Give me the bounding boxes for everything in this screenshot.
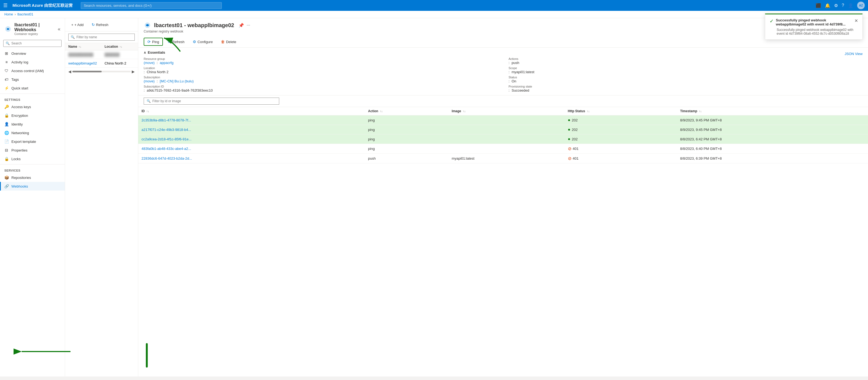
breadcrumb-home[interactable]: Home bbox=[4, 12, 13, 16]
sidebar-item-export-template[interactable]: 📄 Export template bbox=[0, 137, 65, 146]
hamburger-icon[interactable]: ☰ bbox=[3, 2, 8, 8]
sidebar-item-networking[interactable]: 🌐 Networking bbox=[0, 128, 65, 137]
sidebar-item-encryption[interactable]: 🔒 Encryption bbox=[0, 111, 65, 120]
ping-button[interactable]: ⟳ Ping bbox=[144, 38, 163, 46]
sidebar-item-locks[interactable]: 🔒 Locks bbox=[0, 155, 65, 163]
sidebar-item-activity-log[interactable]: ≡ Activity log bbox=[0, 58, 65, 66]
essentials-section: ∧ Essentials JSON View Resource group (m… bbox=[138, 48, 868, 95]
event-id-link[interactable]: a217f071-c24e-49b3-9818-b4... bbox=[142, 128, 191, 132]
settings-icon[interactable]: ⚙ bbox=[834, 3, 838, 8]
list-item-blurred-name: ██████████ bbox=[68, 53, 105, 57]
more-options-icon[interactable]: ··· bbox=[247, 23, 250, 28]
refresh-button[interactable]: ↻ Refresh bbox=[89, 21, 112, 28]
http-sort-icon[interactable]: ↑↓ bbox=[587, 110, 590, 113]
help-icon[interactable]: ? bbox=[842, 3, 844, 8]
sidebar-item-identity[interactable]: 👤 Identity bbox=[0, 120, 65, 128]
subscription-link[interactable]: [MC-CN] Bu.Lu (bulu) bbox=[160, 79, 193, 83]
th-image[interactable]: Image ↑↓ bbox=[448, 107, 564, 116]
table-filter-box[interactable]: 🔍 bbox=[144, 98, 279, 105]
sidebar-search-input[interactable] bbox=[11, 41, 59, 45]
location-value: : China North 2 bbox=[144, 70, 498, 74]
list-item-name: webapplbimage02 bbox=[68, 61, 105, 65]
event-id-link[interactable]: 2c353b9a-d8b1-4778-8078-7f... bbox=[142, 118, 191, 122]
subscription-id-value: : a9dc7515-7692-4316-9ad4-762f383eec10 bbox=[144, 88, 498, 92]
breadcrumb-resource[interactable]: lbacrtest01 bbox=[17, 12, 33, 16]
essentials-location: Location : China North 2 bbox=[144, 66, 498, 74]
error-status-icon: ⊘ bbox=[568, 146, 571, 151]
col-location-header[interactable]: Location ↑↓ bbox=[105, 45, 135, 49]
toast-close-button[interactable]: ✕ bbox=[855, 18, 858, 23]
list-item-name-link[interactable]: webapplbimage02 bbox=[68, 61, 97, 65]
events-table: ID ↑↓ Action ↑↓ Image ↑↓ Http Status bbox=[138, 107, 868, 163]
rg-link[interactable]: appacrfg bbox=[160, 61, 174, 65]
pin-icon[interactable]: 📌 bbox=[239, 23, 244, 28]
json-view-link[interactable]: JSON View bbox=[845, 52, 863, 56]
left-sidebar: lbacrtest01 | Webhooks Container registr… bbox=[0, 18, 65, 377]
sidebar-item-access-control[interactable]: 🛡 Access control (IAM) bbox=[0, 66, 65, 75]
configure-button[interactable]: ⚙ Configure bbox=[189, 38, 216, 45]
name-sort-icon[interactable]: ↑↓ bbox=[79, 45, 81, 48]
id-sort-icon[interactable]: ↑↓ bbox=[146, 110, 149, 113]
th-id[interactable]: ID ↑↓ bbox=[138, 107, 365, 116]
list-item-webapplbimage02[interactable]: webapplbimage02 China North 2 bbox=[65, 59, 138, 68]
sidebar-item-tags[interactable]: 🏷 Tags bbox=[0, 75, 65, 84]
table-row[interactable]: 2c353b9a-d8b1-4778-8078-7f... ping ● 202… bbox=[138, 116, 868, 125]
location-label: Location bbox=[144, 66, 498, 70]
table-row[interactable]: 483fa0b1-ab48-433c-abe4-a2... ping ⊘ 401… bbox=[138, 144, 868, 154]
event-timestamp: 8/8/2023, 6:42 PM GMT+8 bbox=[677, 134, 868, 144]
event-id-link[interactable]: 22836dc6-647d-4023-b2da-2d... bbox=[142, 156, 192, 160]
th-action[interactable]: Action ↑↓ bbox=[365, 107, 448, 116]
table-filter-input[interactable] bbox=[152, 99, 276, 103]
table-row[interactable]: 22836dc6-647d-4023-b2da-2d... push myapi… bbox=[138, 154, 868, 163]
scroll-left-icon[interactable]: ◀ bbox=[68, 69, 71, 74]
filter-input[interactable] bbox=[76, 35, 132, 39]
sidebar-item-overview-label: Overview bbox=[11, 52, 26, 56]
delete-button[interactable]: 🗑 Delete bbox=[217, 38, 240, 45]
event-http-status: ● 202 bbox=[565, 134, 677, 144]
sidebar-collapse-icon[interactable]: « bbox=[58, 26, 60, 32]
action-sort-icon[interactable]: ↑↓ bbox=[380, 110, 383, 113]
sidebar-item-overview[interactable]: ⊞ Overview bbox=[0, 49, 65, 58]
subscription-value: (move) : [MC-CN] Bu.Lu (bulu) bbox=[144, 79, 498, 83]
event-id-link[interactable]: cc2a9cea-2d18-4f1c-85f6-91e... bbox=[142, 137, 191, 141]
add-button[interactable]: + + Add bbox=[68, 21, 87, 28]
cloud-shell-icon[interactable]: ⬛ bbox=[816, 3, 821, 8]
rg-move-link[interactable]: (move) bbox=[144, 61, 155, 65]
refresh-label: Refresh bbox=[96, 23, 108, 27]
user-icon[interactable]: 👤 bbox=[848, 3, 854, 8]
col-name-header[interactable]: Name ↑↓ bbox=[68, 45, 105, 49]
list-item-blurred-loc: ██████ bbox=[105, 53, 135, 57]
th-http-status[interactable]: Http Status ↑↓ bbox=[565, 107, 677, 116]
sidebar-item-access-keys[interactable]: 🔑 Access keys bbox=[0, 102, 65, 111]
timestamp-sort-icon[interactable]: ↑↓ bbox=[699, 110, 702, 113]
topbar-search-input[interactable] bbox=[81, 2, 222, 9]
configure-icon: ⚙ bbox=[193, 39, 196, 44]
filter-icon: 🔍 bbox=[71, 35, 75, 39]
list-item-blurred[interactable]: ██████████ ██████ bbox=[65, 51, 138, 59]
subscription-move-link[interactable]: (move) bbox=[144, 79, 155, 83]
avatar[interactable]: AZ bbox=[857, 2, 865, 9]
notifications-icon[interactable]: 🔔 bbox=[825, 3, 830, 8]
detail-refresh-button[interactable]: ↻ Refresh bbox=[164, 38, 188, 45]
sidebar-item-properties[interactable]: ⊟ Properties bbox=[0, 146, 65, 155]
location-sort-icon[interactable]: ↑↓ bbox=[120, 45, 122, 48]
table-row[interactable]: cc2a9cea-2d18-4f1c-85f6-91e... ping ● 20… bbox=[138, 134, 868, 144]
sidebar-nav: ⊞ Overview ≡ Activity log 🛡 Access contr… bbox=[0, 49, 65, 377]
main-layout: lbacrtest01 | Webhooks Container registr… bbox=[0, 18, 868, 377]
event-id-link[interactable]: 483fa0b1-ab48-433c-abe4-a2... bbox=[142, 147, 191, 151]
detail-title-row: lbacrtest01 - webapplbimage02 📌 ··· bbox=[144, 22, 863, 29]
essentials-chevron-icon[interactable]: ∧ bbox=[144, 51, 146, 55]
image-sort-icon[interactable]: ↑↓ bbox=[463, 110, 465, 113]
sidebar-item-quick-start[interactable]: ⚡ Quick start bbox=[0, 84, 65, 92]
essentials-header: ∧ Essentials bbox=[144, 51, 165, 55]
overview-icon: ⊞ bbox=[4, 51, 9, 56]
filter-input-box[interactable]: 🔍 bbox=[68, 34, 135, 41]
sidebar-search-box[interactable]: 🔍 bbox=[3, 40, 62, 47]
sidebar-item-webhooks[interactable]: 🔗 Webhooks bbox=[0, 182, 65, 191]
detail-subtitle: Container registry webhook bbox=[144, 30, 863, 33]
scroll-right-icon[interactable]: ▶ bbox=[132, 69, 135, 74]
event-http-status: ● 202 bbox=[565, 116, 677, 125]
table-row[interactable]: a217f071-c24e-49b3-9818-b4... ping ● 202… bbox=[138, 125, 868, 134]
sidebar-item-repositories[interactable]: 📦 Repositories bbox=[0, 173, 65, 182]
th-timestamp[interactable]: Timestamp ↑↓ bbox=[677, 107, 868, 116]
